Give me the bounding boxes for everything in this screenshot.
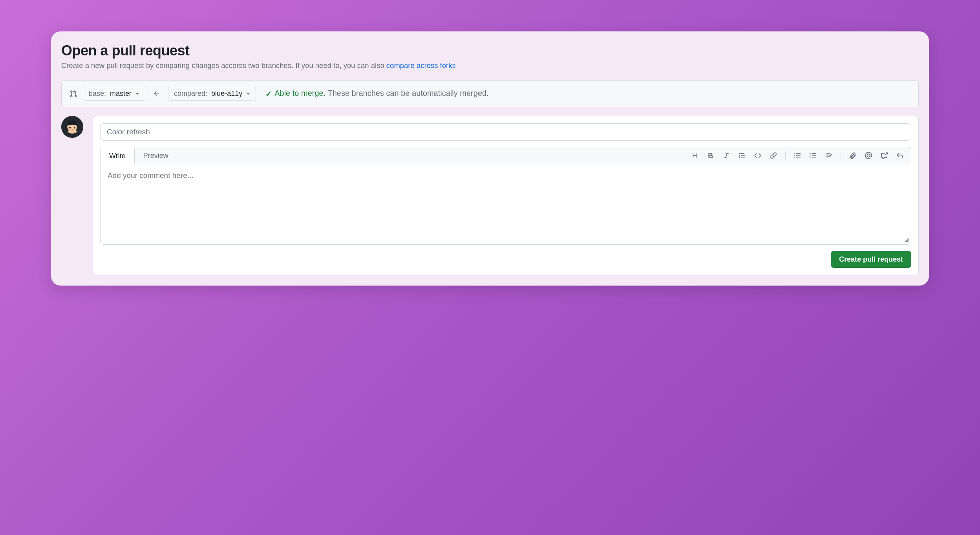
toolbar-separator <box>785 152 786 159</box>
base-label: base: <box>89 90 106 98</box>
link-icon[interactable] <box>770 152 777 159</box>
svg-point-3 <box>74 127 75 128</box>
compare-across-forks-link[interactable]: compare across forks <box>386 61 456 70</box>
page-subtitle: Create a new pull request by comparing c… <box>61 61 919 70</box>
quote-icon[interactable] <box>738 152 746 159</box>
page-title: Open a pull request <box>61 42 919 59</box>
resize-handle[interactable]: ◢ <box>101 236 911 244</box>
comment-card: Write Preview <box>93 116 919 275</box>
merge-detail-text: These branches can be automatically merg… <box>327 89 488 97</box>
ordered-list-icon[interactable] <box>809 152 817 159</box>
base-value: master <box>110 90 132 98</box>
caret-down-icon <box>135 93 139 95</box>
compared-value: blue-a11y <box>211 90 242 98</box>
cross-reference-icon[interactable] <box>880 152 888 159</box>
unordered-list-icon[interactable] <box>794 152 801 159</box>
caret-down-icon <box>246 93 250 95</box>
check-icon: ✓ <box>265 89 272 99</box>
tab-write[interactable]: Write <box>101 147 135 164</box>
bold-icon[interactable] <box>707 152 715 159</box>
editor-tabs: Write Preview <box>101 147 911 164</box>
svg-point-2 <box>69 127 71 128</box>
task-list-icon[interactable] <box>825 152 833 159</box>
reply-icon[interactable] <box>896 152 904 159</box>
action-row: Create pull request <box>100 251 911 268</box>
code-icon[interactable] <box>754 152 762 159</box>
compare-branch-select[interactable]: compared: blue-a11y <box>168 87 256 101</box>
heading-icon[interactable] <box>691 152 699 159</box>
compared-label: compared: <box>174 90 207 98</box>
mention-icon[interactable] <box>865 152 872 159</box>
avatar <box>61 116 83 138</box>
body-row: Write Preview <box>61 116 919 275</box>
markdown-toolbar <box>691 152 911 159</box>
base-branch-select[interactable]: base: master <box>83 87 145 101</box>
editor: Write Preview <box>100 147 911 245</box>
compare-bar: base: master compared: blue-a11y ✓Able t… <box>61 80 919 107</box>
italic-icon[interactable] <box>722 152 730 159</box>
pull-request-panel: Open a pull request Create a new pull re… <box>51 31 929 286</box>
git-pull-request-icon <box>69 90 77 98</box>
subtitle-text: Create a new pull request by comparing c… <box>61 61 386 70</box>
toolbar-separator <box>841 152 841 159</box>
merge-ok-text: Able to merge. <box>274 89 325 97</box>
pr-title-input[interactable] <box>100 123 911 141</box>
tab-preview[interactable]: Preview <box>135 148 177 164</box>
paperclip-icon[interactable] <box>849 152 857 159</box>
create-pull-request-button[interactable]: Create pull request <box>831 251 911 268</box>
comment-textarea[interactable] <box>101 164 911 235</box>
merge-status: ✓Able to merge. These branches can be au… <box>265 89 489 99</box>
arrow-left-icon <box>151 90 163 97</box>
svg-point-4 <box>71 130 73 131</box>
